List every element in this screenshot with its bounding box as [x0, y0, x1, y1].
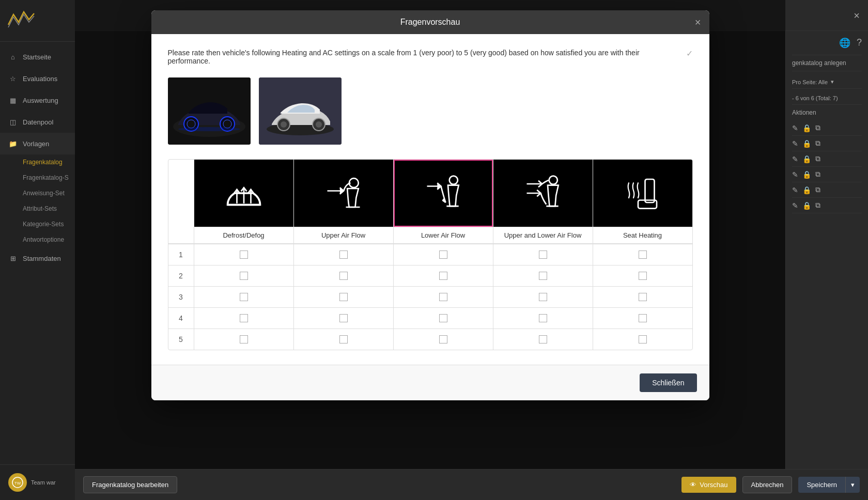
- car-image-1: [168, 77, 251, 145]
- rating-checkbox-col: [593, 308, 692, 329]
- svg-point-8: [178, 127, 240, 131]
- close-modal-button[interactable]: Schließen: [640, 373, 696, 392]
- ac-item-upper-air: Upper Air Flow: [294, 160, 394, 243]
- rating-rows: 12345: [168, 244, 692, 350]
- rating-checkbox-col: [294, 244, 394, 265]
- sidebar-sub-fragenkatalog[interactable]: Fragenkatalog: [17, 154, 75, 170]
- lock-icon[interactable]: 🔒: [802, 170, 811, 179]
- checkbox[interactable]: [639, 272, 647, 280]
- checkbox[interactable]: [639, 314, 647, 322]
- checkbox[interactable]: [339, 251, 348, 259]
- checkbox[interactable]: [639, 335, 647, 343]
- rating-number: 3: [168, 287, 194, 307]
- checkbox[interactable]: [539, 314, 547, 322]
- question-text: Please rate then vehicle's following Hea…: [168, 49, 693, 65]
- help-icon[interactable]: ?: [857, 37, 862, 49]
- checkbox[interactable]: [339, 272, 348, 280]
- sidebar-sub-kategorie[interactable]: Kategorie-Sets: [17, 216, 75, 232]
- rating-checkbox-col: [394, 329, 493, 350]
- edit-catalog-button[interactable]: Fragenkatalog bearbeiten: [83, 476, 177, 493]
- copy-icon[interactable]: ⧉: [815, 154, 820, 163]
- checkbox[interactable]: [539, 272, 547, 280]
- checkbox[interactable]: [240, 293, 248, 301]
- outer-dialog-close-button[interactable]: ×: [854, 9, 860, 21]
- copy-icon[interactable]: ⧉: [815, 170, 820, 179]
- right-panel: 🌐 ? genkatalog anlegen Pro Seite: Alle ▾…: [785, 31, 868, 500]
- checkbox[interactable]: [539, 335, 547, 343]
- checkbox[interactable]: [639, 293, 647, 301]
- preview-modal-title: Fragenvorschau: [400, 18, 460, 27]
- action-row: ✎ 🔒 ⧉: [792, 167, 862, 182]
- svg-point-25: [549, 176, 557, 184]
- folder-icon: 📁: [8, 139, 18, 148]
- checkbox[interactable]: [439, 293, 447, 301]
- lock-icon[interactable]: 🔒: [802, 186, 811, 194]
- edit-icon[interactable]: ✎: [792, 139, 798, 148]
- actions-label: Aktionen: [792, 109, 862, 116]
- copy-icon[interactable]: ⧉: [815, 139, 820, 148]
- checkbox[interactable]: [439, 314, 447, 322]
- sidebar-sub-antwort[interactable]: Antwortoptione: [17, 232, 75, 247]
- rating-row: 2: [168, 265, 692, 286]
- checkbox[interactable]: [439, 251, 447, 259]
- copy-icon[interactable]: ⧉: [815, 185, 820, 194]
- sidebar-item-vorlagen[interactable]: 📁 Vorlagen: [0, 133, 75, 154]
- car-images: [168, 77, 693, 145]
- sidebar-sub-anweisung[interactable]: Anweisung-Set: [17, 185, 75, 201]
- sidebar-sub-attribut[interactable]: Attribut-Sets: [17, 201, 75, 216]
- edit-icon[interactable]: ✎: [792, 124, 798, 132]
- copy-icon[interactable]: ⧉: [815, 201, 820, 210]
- lock-icon[interactable]: 🔒: [802, 201, 811, 210]
- rating-checkbox-col: [194, 287, 294, 307]
- lock-icon[interactable]: 🔒: [802, 139, 811, 148]
- checkbox[interactable]: [439, 335, 447, 343]
- checkbox[interactable]: [339, 335, 348, 343]
- checkbox[interactable]: [539, 251, 547, 259]
- checkbox[interactable]: [339, 293, 348, 301]
- edit-icon[interactable]: ✎: [792, 201, 798, 210]
- rating-number: 5: [168, 329, 194, 350]
- chevron-down-icon[interactable]: ▾: [831, 79, 834, 85]
- rating-row: 5: [168, 329, 692, 350]
- star-icon: ☆: [8, 74, 18, 83]
- rating-checkbox-col: [294, 329, 394, 350]
- checkbox[interactable]: [240, 272, 248, 280]
- sidebar-item-auswertung[interactable]: ▦ Auswertung: [0, 89, 75, 111]
- edit-icon[interactable]: ✎: [792, 186, 798, 194]
- checkbox[interactable]: [539, 293, 547, 301]
- checkbox[interactable]: [439, 272, 447, 280]
- bottom-bar: Fragenkatalog bearbeiten 👁 Vorschau Abbr…: [75, 469, 868, 500]
- lock-icon[interactable]: 🔒: [802, 155, 811, 163]
- edit-icon[interactable]: ✎: [792, 170, 798, 179]
- sidebar-item-startseite[interactable]: ⌂ Startseite: [0, 46, 75, 68]
- checkbox[interactable]: [240, 314, 248, 322]
- sidebar-item-stammdaten[interactable]: ⊞ Stammdaten: [0, 247, 75, 269]
- preview-modal-close-button[interactable]: ×: [695, 17, 701, 28]
- sidebar-sub-fragenkatalog-s[interactable]: Fragenkatalog-S: [17, 170, 75, 185]
- sidebar-item-datenpool[interactable]: ◫ Datenpool: [0, 111, 75, 133]
- preview-button[interactable]: 👁 Vorschau: [681, 477, 736, 493]
- rating-checkbox-col: [394, 308, 493, 329]
- lower-air-label: Lower Air Flow: [394, 227, 493, 243]
- preview-label: Vorschau: [700, 481, 727, 489]
- action-row: ✎ 🔒 ⧉: [792, 120, 862, 136]
- save-dropdown-button[interactable]: ▾: [845, 477, 860, 493]
- svg-point-14: [316, 121, 322, 128]
- edit-icon[interactable]: ✎: [792, 155, 798, 163]
- sidebar-item-label: Auswertung: [23, 97, 58, 104]
- cancel-button[interactable]: Abbrechen: [742, 476, 793, 493]
- globe-icon[interactable]: 🌐: [839, 37, 850, 49]
- action-row: ✎ 🔒 ⧉: [792, 151, 862, 167]
- lock-icon[interactable]: 🔒: [802, 124, 811, 132]
- checkbox[interactable]: [339, 314, 348, 322]
- checkbox[interactable]: [240, 335, 248, 343]
- sidebar: ⌂ Startseite ☆ Evaluations ▦ Auswertung …: [0, 0, 75, 500]
- checkbox[interactable]: [240, 251, 248, 259]
- save-button[interactable]: Speichern: [798, 477, 845, 493]
- checkbox[interactable]: [639, 251, 647, 259]
- right-panel-catalog-title: genkatalog anlegen: [792, 55, 862, 71]
- action-rows-list: ✎ 🔒 ⧉ ✎ 🔒 ⧉ ✎ 🔒 ⧉ ✎ 🔒 ⧉ ✎ 🔒 ⧉ ✎ 🔒 ⧉: [792, 120, 862, 213]
- rating-checkbox-col: [394, 244, 493, 265]
- sidebar-item-evaluations[interactable]: ☆ Evaluations: [0, 68, 75, 89]
- copy-icon[interactable]: ⧉: [815, 123, 820, 132]
